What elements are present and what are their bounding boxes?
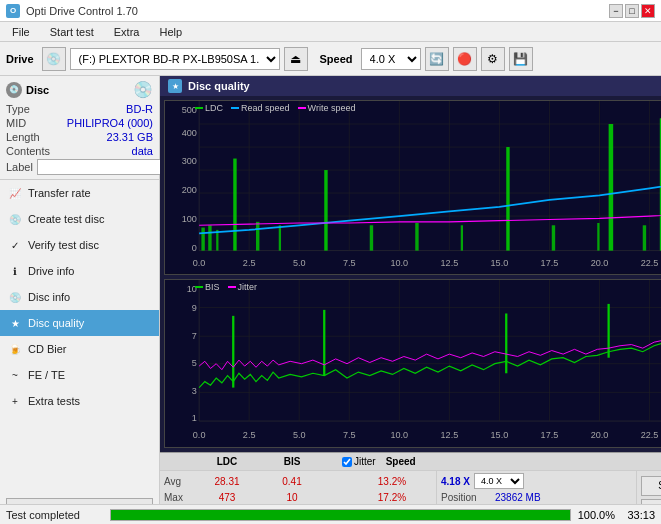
disc-label-row: Label ★ xyxy=(6,159,153,175)
disc-info-icon: 💿 xyxy=(8,290,22,304)
legend-jitter: Jitter xyxy=(228,282,258,292)
sidebar-item-verify-test-disc[interactable]: ✓ Verify test disc xyxy=(0,232,159,258)
svg-rect-52 xyxy=(461,225,463,250)
sidebar-item-label: Create test disc xyxy=(28,213,104,225)
progress-bar-container xyxy=(110,509,571,521)
sidebar-item-extra-tests[interactable]: + Extra tests xyxy=(0,388,159,414)
save-button[interactable]: 💾 xyxy=(509,47,533,71)
avg-label: Avg xyxy=(164,476,192,487)
cd-bier-icon: 🍺 xyxy=(8,342,22,356)
avg-bis: 0.41 xyxy=(262,476,322,487)
svg-text:1: 1 xyxy=(192,413,197,423)
refresh-button[interactable]: 🔄 xyxy=(425,47,449,71)
disc-mid-label: MID xyxy=(6,117,26,129)
close-button[interactable]: ✕ xyxy=(641,4,655,18)
svg-text:20.0: 20.0 xyxy=(591,258,609,268)
disc-panel-title: Disc xyxy=(26,84,49,96)
content-area: ★ Disc quality LDC Read speed xyxy=(160,76,661,524)
svg-text:12.5: 12.5 xyxy=(441,258,459,268)
sidebar-item-disc-quality[interactable]: ★ Disc quality xyxy=(0,310,159,336)
svg-text:2.5: 2.5 xyxy=(243,429,256,439)
app-icon: O xyxy=(6,4,20,18)
title-bar-left: O Opti Drive Control 1.70 xyxy=(6,4,138,18)
legend-write-speed: Write speed xyxy=(298,103,356,113)
menu-file[interactable]: File xyxy=(4,24,38,40)
status-percent: 100.0% xyxy=(575,509,615,521)
legend-jitter-label: Jitter xyxy=(238,282,258,292)
menu-help[interactable]: Help xyxy=(151,24,190,40)
drive-label: Drive xyxy=(6,53,34,65)
chart-ldc: LDC Read speed Write speed xyxy=(164,100,661,275)
speed-current-val: 4.18 X xyxy=(441,476,470,487)
svg-text:12.5: 12.5 xyxy=(441,429,459,439)
drive-info-icon: ℹ xyxy=(8,264,22,278)
svg-text:15.0: 15.0 xyxy=(491,429,509,439)
menu-extra[interactable]: Extra xyxy=(106,24,148,40)
legend-bis-label: BIS xyxy=(205,282,220,292)
disc-label-input[interactable] xyxy=(37,159,170,175)
maximize-button[interactable]: □ xyxy=(625,4,639,18)
svg-text:15.0: 15.0 xyxy=(491,258,509,268)
sidebar-item-drive-info[interactable]: ℹ Drive info xyxy=(0,258,159,284)
drive-select[interactable]: (F:) PLEXTOR BD-R PX-LB950SA 1.06 xyxy=(70,48,280,70)
svg-rect-57 xyxy=(643,225,646,250)
svg-text:5.0: 5.0 xyxy=(293,429,306,439)
sidebar-item-label: Extra tests xyxy=(28,395,80,407)
svg-rect-46 xyxy=(233,159,236,251)
start-full-button[interactable]: Start full xyxy=(641,476,661,496)
legend-ldc: LDC xyxy=(195,103,223,113)
sidebar-item-label: FE / TE xyxy=(28,369,65,381)
svg-rect-51 xyxy=(415,223,418,251)
speed-row: 4.18 X 4.0 X xyxy=(441,473,632,489)
disc-panel-header: 💿 Disc 💿 xyxy=(6,80,153,99)
extra-tests-icon: + xyxy=(8,394,22,408)
speed-combo[interactable]: 4.0 X xyxy=(474,473,524,489)
bis-color-dot xyxy=(195,286,203,288)
sidebar-item-label: Verify test disc xyxy=(28,239,99,251)
avg-row: Avg 28.31 0.41 13.2% xyxy=(164,473,432,489)
disc-type-row: Type BD-R xyxy=(6,103,153,115)
settings-button[interactable]: ⚙ xyxy=(481,47,505,71)
write-speed-color-dot xyxy=(298,107,306,109)
read-speed-color-dot xyxy=(231,107,239,109)
disc-type-label: Type xyxy=(6,103,30,115)
speed-select[interactable]: 4.0 X xyxy=(361,48,421,70)
verify-test-disc-icon: ✓ xyxy=(8,238,22,252)
svg-text:300: 300 xyxy=(182,156,197,166)
disc-contents-value: data xyxy=(132,145,153,157)
legend-ldc-label: LDC xyxy=(205,103,223,113)
burn-button[interactable]: 🔴 xyxy=(453,47,477,71)
disc-quality-title: Disc quality xyxy=(188,80,250,92)
create-test-disc-icon: 💿 xyxy=(8,212,22,226)
progress-bar-fill xyxy=(111,510,570,520)
disc-mid-value: PHILIPRO4 (000) xyxy=(67,117,153,129)
svg-text:3: 3 xyxy=(192,385,197,395)
sidebar-item-fe-te[interactable]: ~ FE / TE xyxy=(0,362,159,388)
eject-button[interactable]: ⏏ xyxy=(284,47,308,71)
sidebar-item-disc-info[interactable]: 💿 Disc info xyxy=(0,284,159,310)
svg-rect-43 xyxy=(201,228,204,251)
speed-label: Speed xyxy=(320,53,353,65)
svg-text:0.0: 0.0 xyxy=(193,429,206,439)
disc-label-label: Label xyxy=(6,161,33,173)
col-header-speed: Speed xyxy=(386,456,416,467)
disc-type-value: BD-R xyxy=(126,103,153,115)
svg-rect-50 xyxy=(370,225,373,250)
menu-start-test[interactable]: Start test xyxy=(42,24,102,40)
status-text: Test completed xyxy=(6,509,106,521)
main-layout: 💿 Disc 💿 Type BD-R MID PHILIPRO4 (000) L… xyxy=(0,76,661,524)
app-title: Opti Drive Control 1.70 xyxy=(26,5,138,17)
svg-text:100: 100 xyxy=(182,214,197,224)
drive-icon-btn[interactable]: 💿 xyxy=(42,47,66,71)
legend-write-speed-label: Write speed xyxy=(308,103,356,113)
max-row: Max 473 10 17.2% xyxy=(164,489,432,505)
sidebar-item-transfer-rate[interactable]: 📈 Transfer rate xyxy=(0,180,159,206)
legend-bis: BIS xyxy=(195,282,220,292)
sidebar-item-cd-bier[interactable]: 🍺 CD Bier xyxy=(0,336,159,362)
svg-text:22.5: 22.5 xyxy=(641,258,659,268)
disc-contents-row: Contents data xyxy=(6,145,153,157)
jitter-checkbox[interactable] xyxy=(342,457,352,467)
minimize-button[interactable]: − xyxy=(609,4,623,18)
sidebar-item-create-test-disc[interactable]: 💿 Create test disc xyxy=(0,206,159,232)
fe-te-icon: ~ xyxy=(8,368,22,382)
